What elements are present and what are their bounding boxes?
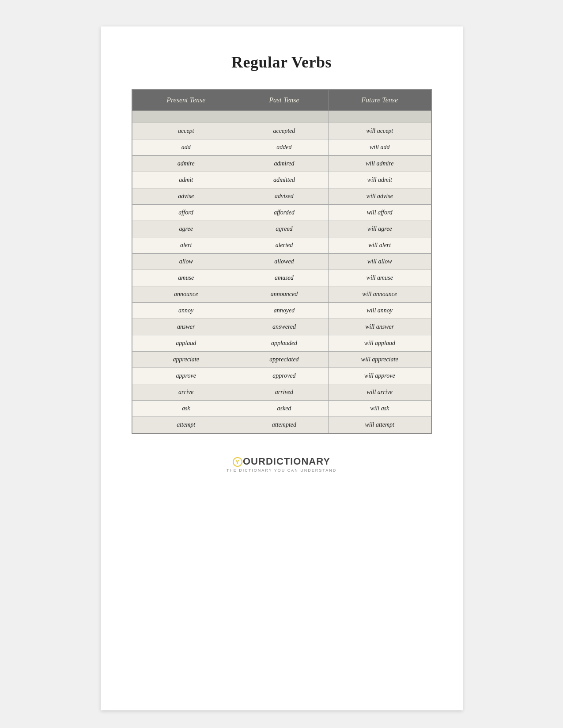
verb-table-container: Present Tense Past Tense Future Tense ac… [132, 89, 432, 434]
verb-table: Present Tense Past Tense Future Tense ac… [132, 90, 431, 433]
cell-0-2: will accept [328, 123, 431, 139]
header-present-tense: Present Tense [132, 90, 240, 111]
header-past-tense: Past Tense [240, 90, 328, 111]
cell-2-1: admired [240, 156, 328, 172]
cell-18-0: attempt [132, 417, 240, 433]
cell-8-1: allowed [240, 254, 328, 270]
cell-3-1: admitted [240, 172, 328, 188]
cell-10-0: announce [132, 286, 240, 303]
cell-17-0: ask [132, 401, 240, 417]
table-row: admireadmiredwill admire [132, 156, 431, 172]
cell-15-1: approved [240, 368, 328, 384]
table-row: adviseadvisedwill advise [132, 188, 431, 205]
page: Regular Verbs Present Tense Past Tense F… [101, 26, 463, 710]
cell-18-1: attempted [240, 417, 328, 433]
cell-1-2: will add [328, 139, 431, 156]
page-title: Regular Verbs [231, 53, 332, 71]
table-row: agreeagreedwill agree [132, 221, 431, 237]
cell-17-1: asked [240, 401, 328, 417]
wavy-cell-2 [240, 111, 328, 123]
table-row: annoyannoyedwill annoy [132, 303, 431, 319]
cell-3-2: will admit [328, 172, 431, 188]
cell-13-2: will applaud [328, 335, 431, 352]
cell-5-0: afford [132, 205, 240, 221]
cell-13-0: applaud [132, 335, 240, 352]
cell-4-2: will advise [328, 188, 431, 205]
footer: YOURDICTIONARY THE DICTIONARY YOU CAN UN… [227, 456, 336, 473]
wavy-cell-1 [132, 111, 240, 123]
cell-3-0: admit [132, 172, 240, 188]
cell-11-2: will annoy [328, 303, 431, 319]
table-header-row: Present Tense Past Tense Future Tense [132, 90, 431, 111]
footer-logo: YOURDICTIONARY [227, 456, 336, 467]
cell-14-0: appreciate [132, 352, 240, 368]
table-row: announceannouncedwill announce [132, 286, 431, 303]
cell-8-0: allow [132, 254, 240, 270]
cell-12-1: answered [240, 319, 328, 335]
cell-5-2: will afford [328, 205, 431, 221]
cell-4-0: advise [132, 188, 240, 205]
cell-9-2: will amuse [328, 270, 431, 286]
footer-tagline: THE DICTIONARY YOU CAN UNDERSTAND [227, 468, 336, 473]
cell-4-1: advised [240, 188, 328, 205]
cell-2-0: admire [132, 156, 240, 172]
cell-7-2: will alert [328, 237, 431, 254]
table-row: addaddedwill add [132, 139, 431, 156]
table-row: askaskedwill ask [132, 401, 431, 417]
table-row: arrivearrivedwill arrive [132, 384, 431, 401]
table-row: applaudapplaudedwill applaud [132, 335, 431, 352]
wavy-cell-3 [328, 111, 431, 123]
cell-9-1: amused [240, 270, 328, 286]
cell-8-2: will allow [328, 254, 431, 270]
cell-0-0: accept [132, 123, 240, 139]
cell-15-2: will approve [328, 368, 431, 384]
table-row: appreciateappreciatedwill appreciate [132, 352, 431, 368]
table-row: admitadmittedwill admit [132, 172, 431, 188]
cell-14-2: will appreciate [328, 352, 431, 368]
cell-0-1: accepted [240, 123, 328, 139]
cell-1-1: added [240, 139, 328, 156]
cell-6-0: agree [132, 221, 240, 237]
logo-text: OURDICTIONARY [243, 456, 330, 467]
cell-10-1: announced [240, 286, 328, 303]
cell-16-0: arrive [132, 384, 240, 401]
table-row: alertalertedwill alert [132, 237, 431, 254]
table-row: attemptattemptedwill attempt [132, 417, 431, 433]
cell-6-1: agreed [240, 221, 328, 237]
cell-10-2: will announce [328, 286, 431, 303]
table-row: amuseamusedwill amuse [132, 270, 431, 286]
cell-5-1: afforded [240, 205, 328, 221]
cell-16-1: arrived [240, 384, 328, 401]
cell-7-0: alert [132, 237, 240, 254]
cell-1-0: add [132, 139, 240, 156]
table-row: approveapprovedwill approve [132, 368, 431, 384]
cell-17-2: will ask [328, 401, 431, 417]
header-future-tense: Future Tense [328, 90, 431, 111]
table-row: acceptacceptedwill accept [132, 123, 431, 139]
cell-7-1: alerted [240, 237, 328, 254]
cell-2-2: will admire [328, 156, 431, 172]
cell-11-1: annoyed [240, 303, 328, 319]
decorative-wavy-row [132, 111, 431, 123]
cell-15-0: approve [132, 368, 240, 384]
cell-11-0: annoy [132, 303, 240, 319]
cell-6-2: will agree [328, 221, 431, 237]
table-row: affordaffordedwill afford [132, 205, 431, 221]
cell-18-2: will attempt [328, 417, 431, 433]
cell-16-2: will arrive [328, 384, 431, 401]
verb-table-body: acceptacceptedwill acceptaddaddedwill ad… [132, 123, 431, 433]
cell-12-2: will answer [328, 319, 431, 335]
cell-13-1: applauded [240, 335, 328, 352]
cell-14-1: appreciated [240, 352, 328, 368]
cell-9-0: amuse [132, 270, 240, 286]
logo-y-icon: Y [233, 457, 242, 467]
cell-12-0: answer [132, 319, 240, 335]
table-row: allowallowedwill allow [132, 254, 431, 270]
table-row: answeransweredwill answer [132, 319, 431, 335]
